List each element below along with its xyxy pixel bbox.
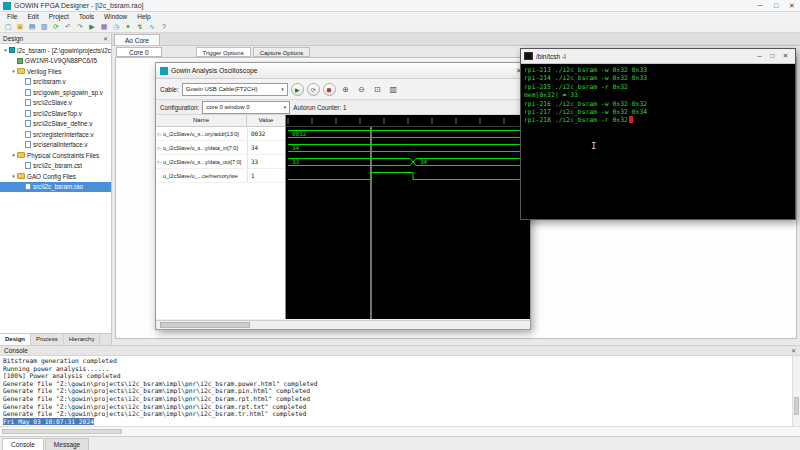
configuration-select[interactable]: core 0 window 0 ▾ — [202, 101, 290, 114]
tab-message[interactable]: Message — [45, 438, 89, 450]
tree-item-file[interactable]: src\i2c_bsram.cst — [0, 161, 111, 172]
signal-row[interactable]: u_i2cSlave/u_...ce/memory/we 1 — [156, 169, 285, 183]
save-icon[interactable]: ▤ — [27, 22, 37, 32]
autorun-button[interactable]: ⟳ — [307, 83, 320, 96]
signal-row[interactable]: ▷ u_i2cSlave/u_s...y/data_in[7:0] 34 — [156, 141, 285, 155]
data-out-value-before-label: 33 — [292, 158, 300, 165]
expand-arrow-icon[interactable]: ▾ — [2, 47, 9, 53]
close-button[interactable]: ✕ — [784, 0, 800, 11]
undo-icon[interactable]: ↶ — [63, 22, 73, 32]
tree-item-file[interactable]: src\registerInterface.v — [0, 129, 111, 140]
zoom-out-button[interactable]: ⊖ — [355, 83, 368, 96]
open-project-icon[interactable]: ▣ — [15, 22, 25, 32]
verilog-file-icon — [25, 131, 31, 138]
menu-file[interactable]: File — [2, 12, 22, 21]
zoom-fit-button[interactable]: ⊡ — [371, 83, 384, 96]
tree-item-label: GW1NR-LV9QN88PC6/I5 — [25, 57, 97, 64]
signal-row[interactable]: ▷ u_i2cSlave/u_s...y/data_out[7:0] 33 — [156, 155, 285, 169]
new-file-icon[interactable]: ▢ — [3, 22, 13, 32]
scrollbar-thumb[interactable] — [2, 429, 122, 434]
signal-name: u_i2cSlave/u_s...ory/addr[13:0] — [163, 131, 247, 137]
expand-arrow-icon[interactable]: ▾ — [10, 152, 17, 158]
expand-arrow-icon[interactable]: ▷ — [156, 159, 163, 165]
place-route-icon[interactable]: ✦ — [123, 22, 133, 32]
signal-row[interactable]: ▷ u_i2cSlave/u_s...ory/addr[13:0] 0032 — [156, 127, 285, 141]
tree-item-verilog-folder[interactable]: ▾ Verilog Files — [0, 66, 111, 77]
maximize-button[interactable]: □ — [768, 0, 784, 11]
console-log[interactable]: Bitstream generation completed Running p… — [0, 356, 792, 426]
expand-arrow-icon[interactable]: ▷ — [156, 131, 163, 137]
tree-item-file[interactable]: src\i2cSlave.v — [0, 98, 111, 109]
menu-help[interactable]: Help — [132, 12, 155, 21]
window-layout-button[interactable]: ▥ — [387, 83, 400, 96]
design-panel-close-icon[interactable]: ✕ — [103, 35, 108, 42]
zoom-in-button[interactable]: ⊕ — [339, 83, 352, 96]
programmer-icon[interactable]: ↯ — [135, 22, 145, 32]
menu-tools[interactable]: Tools — [74, 12, 99, 21]
console-vertical-scrollbar[interactable] — [792, 356, 800, 426]
save-all-icon[interactable]: ▥ — [39, 22, 49, 32]
console-line: Generate file "Z:\gowin\projects\i2c_bsr… — [3, 380, 789, 388]
timing-icon[interactable]: ◷ — [111, 22, 121, 32]
tab-design[interactable]: Design — [0, 334, 31, 345]
scrollbar-thumb[interactable] — [794, 397, 799, 415]
stop-button[interactable]: ◼ — [323, 83, 336, 96]
tab-process[interactable]: Process — [31, 334, 64, 345]
terminal-maximize-button[interactable]: □ — [766, 52, 779, 60]
terminal-close-button[interactable]: ✕ — [779, 52, 792, 60]
tree-item-file[interactable]: src\serialInterface.v — [0, 140, 111, 151]
tree-item-file[interactable]: src\gowin_sp\gowin_sp.v — [0, 87, 111, 98]
gao-icon[interactable]: ∿ — [147, 22, 157, 32]
tree-item-file[interactable]: src\i2cSlave_define.v — [0, 119, 111, 130]
console-close-icon[interactable]: ✕ — [791, 347, 796, 354]
tree-item-gao-folder[interactable]: ▾ GAO Config Files — [0, 171, 111, 182]
scrollbar-thumb[interactable] — [160, 322, 250, 328]
menu-edit[interactable]: Edit — [22, 12, 43, 21]
tree-item-file[interactable]: src\i2cSlaveTop.v — [0, 108, 111, 119]
terminal-line: rpi-215 ./i2c_bsram -r 0x32 — [524, 83, 792, 91]
terminal-minimize-button[interactable]: ─ — [753, 52, 766, 60]
cable-select[interactable]: Gowin USB Cable(FT2CH) ▾ — [182, 83, 288, 96]
tab-ao-core[interactable]: Ao Core — [114, 34, 160, 45]
tree-item-label: GAO Config Files — [27, 173, 76, 180]
project-icon — [9, 47, 15, 53]
expand-arrow-icon[interactable]: ▷ — [156, 145, 163, 151]
tree-item-label: src\i2c_bsram.rao — [33, 183, 83, 190]
console-header: Console ✕ — [0, 345, 800, 356]
gao-titlebar[interactable]: Gowin Analysis Oscilloscope ✕ — [156, 63, 530, 79]
waveform-canvas[interactable]: 0032 34 33 34 — [286, 115, 530, 319]
tree-item-file-selected[interactable]: src\i2c_bsram.rao — [0, 182, 111, 193]
expand-arrow-icon[interactable]: ▾ — [10, 68, 17, 74]
terminal-content[interactable]: rpi-213 ./i2c_bsram -w 0x32 0x33 rpi-214… — [521, 64, 795, 219]
data-in-bus-trace — [288, 145, 528, 152]
tab-capture-options[interactable]: Capture Options — [253, 47, 311, 57]
tab-console[interactable]: Console — [2, 438, 44, 450]
tree-item-label: Verilog Files — [27, 68, 61, 75]
terminal-titlebar[interactable]: /bin/tcsh -l ─ □ ✕ — [521, 49, 795, 64]
sync-icon[interactable]: ⟳ — [51, 22, 61, 32]
tab-hierarchy[interactable]: Hierarchy — [64, 334, 101, 345]
synthesize-icon[interactable]: ▶ — [87, 22, 97, 32]
tab-trigger-options[interactable]: Trigger Options — [196, 47, 251, 57]
redo-icon[interactable]: ↷ — [75, 22, 85, 32]
tree-item-constraints-folder[interactable]: ▾ Physical Constraints Files — [0, 150, 111, 161]
menu-project[interactable]: Project — [44, 12, 74, 21]
start-capture-button[interactable]: ▶ — [291, 83, 304, 96]
console-horizontal-scrollbar[interactable] — [0, 426, 800, 436]
tree-item-file[interactable]: src\bsram.v — [0, 77, 111, 88]
tree-item-label: src\i2cSlave_define.v — [33, 120, 93, 127]
floorplan-icon[interactable]: ▦ — [99, 22, 109, 32]
tab-core-0[interactable]: Core 0 — [116, 47, 162, 57]
expand-arrow-icon[interactable]: ▾ — [10, 173, 17, 179]
minimize-button[interactable]: ─ — [752, 0, 768, 11]
signal-value: 33 — [247, 155, 285, 168]
value-column-header: Value — [247, 115, 285, 126]
help-icon[interactable]: ? — [159, 22, 169, 32]
tree-item-device[interactable]: GW1NR-LV9QN88PC6/I5 — [0, 56, 111, 67]
menu-window[interactable]: Window — [99, 12, 132, 21]
terminal-line: rpi-218 ./i2c_bsram -r 0x32 — [524, 116, 628, 124]
main-titlebar[interactable]: GOWIN FPGA Designer - [i2c_bsram.rao] ─ … — [0, 0, 800, 12]
gao-horizontal-scrollbar[interactable] — [156, 320, 530, 329]
tree-item-project[interactable]: ▾ i2c_bsram - [Z:\gowin\projects\i2c... — [0, 45, 111, 56]
verilog-file-icon — [25, 141, 31, 148]
